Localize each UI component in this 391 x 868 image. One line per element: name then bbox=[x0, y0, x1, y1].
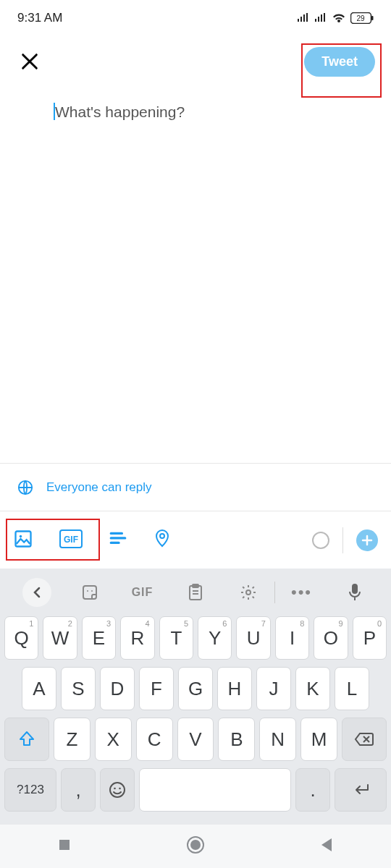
reply-scope-label: Everyone can reply bbox=[46, 480, 152, 495]
kb-gif-button[interactable]: GIF bbox=[116, 586, 169, 599]
key-m[interactable]: M bbox=[300, 718, 337, 761]
divider bbox=[342, 527, 343, 553]
key-z[interactable]: Z bbox=[54, 718, 91, 761]
key-g[interactable]: G bbox=[178, 667, 213, 710]
key-s[interactable]: S bbox=[61, 667, 96, 710]
key-i[interactable]: I8 bbox=[275, 616, 309, 660]
svg-text:29: 29 bbox=[356, 14, 365, 22]
key-k[interactable]: K bbox=[295, 667, 330, 710]
key-a[interactable]: A bbox=[22, 667, 56, 710]
poll-button[interactable] bbox=[109, 529, 127, 551]
key-t[interactable]: T5 bbox=[159, 616, 193, 660]
svg-point-8 bbox=[160, 534, 164, 538]
key-f[interactable]: F bbox=[139, 667, 174, 710]
compose-header: Tweet bbox=[0, 36, 391, 87]
key-u[interactable]: U7 bbox=[236, 616, 270, 660]
key-comma[interactable]: , bbox=[61, 768, 96, 812]
key-backspace[interactable] bbox=[342, 718, 387, 761]
svg-point-11 bbox=[91, 590, 93, 592]
status-time: 9:31 AM bbox=[17, 11, 62, 25]
key-e[interactable]: E3 bbox=[82, 616, 116, 660]
clipboard-icon bbox=[188, 584, 203, 601]
key-n[interactable]: N bbox=[259, 718, 296, 761]
wifi-icon bbox=[332, 12, 346, 24]
reply-scope-row[interactable]: Everyone can reply bbox=[0, 463, 391, 511]
key-p[interactable]: P0 bbox=[353, 616, 387, 660]
svg-point-21 bbox=[190, 840, 201, 850]
kb-row-4: ?123 , . bbox=[0, 768, 391, 812]
plus-icon bbox=[361, 535, 373, 546]
kb-clipboard-button[interactable] bbox=[169, 584, 222, 601]
svg-rect-15 bbox=[352, 584, 358, 594]
key-j[interactable]: J bbox=[256, 667, 291, 710]
key-v[interactable]: V bbox=[177, 718, 214, 761]
sticker-icon bbox=[81, 584, 98, 601]
gif-button[interactable]: GIF bbox=[59, 529, 83, 551]
kb-more-button[interactable]: ••• bbox=[275, 583, 328, 602]
mic-icon bbox=[348, 583, 361, 602]
battery-icon: 29 bbox=[350, 12, 374, 24]
svg-point-18 bbox=[119, 788, 121, 790]
key-space[interactable] bbox=[139, 768, 291, 812]
poll-icon bbox=[109, 529, 127, 548]
signal-icon-2 bbox=[314, 13, 327, 23]
square-icon bbox=[57, 838, 72, 852]
gear-icon bbox=[240, 584, 257, 601]
svg-text:GIF: GIF bbox=[64, 535, 78, 545]
add-thread-button[interactable] bbox=[356, 529, 378, 551]
svg-point-16 bbox=[110, 783, 125, 797]
key-y[interactable]: Y6 bbox=[198, 616, 232, 660]
svg-rect-19 bbox=[59, 840, 70, 850]
key-o[interactable]: O9 bbox=[314, 616, 348, 660]
keyboard: GIF ••• Q1W2E3R4T5Y6U7I8O9P0 ASDFGHJKL Z… bbox=[0, 569, 391, 825]
nav-recent[interactable] bbox=[57, 838, 72, 855]
key-shift[interactable] bbox=[4, 718, 49, 761]
key-q[interactable]: Q1 bbox=[4, 616, 38, 660]
triangle-left-icon bbox=[319, 837, 334, 853]
key-h[interactable]: H bbox=[217, 667, 252, 710]
compose-area[interactable]: What's happening? bbox=[0, 87, 391, 121]
nav-back[interactable] bbox=[319, 837, 334, 856]
kb-settings-button[interactable] bbox=[222, 584, 274, 601]
placeholder-text: What's happening? bbox=[55, 103, 185, 120]
key-d[interactable]: D bbox=[100, 667, 135, 710]
kb-sticker-button[interactable] bbox=[63, 584, 116, 601]
attach-row: GIF bbox=[0, 511, 391, 569]
image-button[interactable] bbox=[13, 529, 33, 552]
svg-rect-4 bbox=[16, 531, 31, 546]
tweet-button[interactable]: Tweet bbox=[304, 47, 375, 77]
kb-row-3: ZXCVBNM bbox=[0, 718, 391, 761]
shift-icon bbox=[19, 731, 35, 748]
key-r[interactable]: R4 bbox=[120, 616, 154, 660]
key-x[interactable]: X bbox=[95, 718, 132, 761]
location-button[interactable] bbox=[154, 529, 171, 552]
status-icons: 29 bbox=[297, 12, 374, 24]
emoji-icon bbox=[109, 781, 126, 799]
svg-point-5 bbox=[20, 535, 22, 537]
image-icon bbox=[13, 529, 33, 549]
char-count-circle bbox=[312, 532, 329, 549]
key-period[interactable]: . bbox=[295, 768, 330, 812]
globe-icon bbox=[17, 480, 33, 495]
kb-row-1: Q1W2E3R4T5Y6U7I8O9P0 bbox=[0, 616, 391, 660]
kb-back-button[interactable] bbox=[10, 578, 63, 607]
status-bar: 9:31 AM 29 bbox=[0, 0, 391, 36]
svg-point-17 bbox=[114, 788, 116, 790]
chevron-left-icon bbox=[32, 587, 42, 598]
key-emoji[interactable] bbox=[100, 768, 135, 812]
svg-point-14 bbox=[246, 590, 251, 595]
location-icon bbox=[154, 529, 171, 549]
key-c[interactable]: C bbox=[136, 718, 173, 761]
key-b[interactable]: B bbox=[218, 718, 255, 761]
kb-mic-button[interactable] bbox=[328, 583, 381, 602]
svg-rect-9 bbox=[83, 586, 96, 599]
key-l[interactable]: L bbox=[335, 667, 369, 710]
nav-home[interactable] bbox=[186, 835, 205, 857]
backspace-icon bbox=[354, 732, 374, 746]
key-enter[interactable] bbox=[335, 768, 387, 812]
key-w[interactable]: W2 bbox=[43, 616, 77, 660]
key-symbols[interactable]: ?123 bbox=[4, 768, 56, 812]
compose-placeholder: What's happening? bbox=[54, 103, 337, 121]
close-button[interactable] bbox=[14, 46, 45, 77]
close-icon bbox=[20, 51, 40, 72]
